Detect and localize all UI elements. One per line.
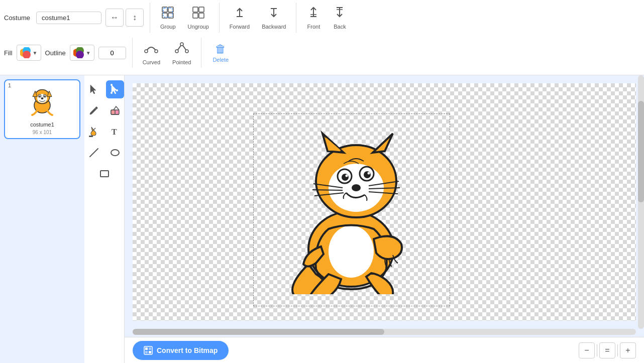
outline-color-swatch — [73, 47, 84, 58]
costume-dimensions: 96 x 101 — [33, 130, 52, 135]
costume-list: 1 — [0, 75, 84, 363]
front-button[interactable]: Front — [302, 4, 325, 32]
outline-width-input[interactable] — [98, 47, 126, 59]
forward-icon — [233, 6, 247, 23]
svg-line-67 — [312, 190, 343, 190]
vertical-scrollbar[interactable] — [638, 75, 644, 329]
tools-sidebar: T — [84, 75, 125, 363]
bottom-bar: Convert to Bitmap − = + — [125, 337, 644, 363]
fill-dropdown-arrow: ▼ — [33, 50, 38, 56]
flip-vertical-button[interactable]: ↕ — [126, 9, 144, 27]
costume-thumb-image — [27, 85, 57, 118]
zoom-divider2 — [617, 344, 618, 356]
separator5 — [201, 38, 201, 68]
svg-rect-45 — [111, 110, 115, 114]
pointed-button[interactable]: Pointed — [168, 38, 195, 67]
delete-button[interactable]: 🗑 Delete — [207, 41, 234, 65]
svg-rect-4 — [163, 8, 172, 17]
fill-label: Fill — [4, 49, 13, 57]
delete-label: Delete — [212, 57, 229, 63]
line-tool[interactable] — [85, 144, 103, 162]
select-tool[interactable] — [85, 80, 103, 98]
ungroup-icon — [191, 6, 205, 23]
svg-text:T: T — [112, 128, 117, 136]
costume-item[interactable]: 1 — [4, 79, 80, 139]
svg-marker-56 — [373, 134, 393, 153]
convert-to-bitmap-button[interactable]: Convert to Bitmap — [133, 341, 229, 360]
zoom-in-button[interactable]: + — [620, 342, 636, 358]
backward-icon — [267, 6, 281, 23]
svg-point-38 — [44, 95, 46, 97]
svg-point-27 — [175, 50, 178, 53]
costume-item-name: costume1 — [30, 122, 54, 128]
main-area: 1 — [0, 75, 644, 363]
backward-button[interactable]: Backward — [258, 4, 290, 32]
group-label: Group — [160, 24, 176, 30]
fill-color-button[interactable]: ▼ — [17, 45, 41, 61]
svg-point-28 — [185, 50, 188, 53]
fill-tool[interactable] — [85, 123, 103, 141]
scratch-cat-image — [268, 124, 429, 294]
svg-point-65 — [352, 184, 361, 191]
back-button[interactable]: Back — [329, 4, 351, 32]
svg-point-25 — [145, 50, 148, 53]
curved-button[interactable]: Curved — [139, 38, 164, 67]
ungroup-label: Ungroup — [188, 24, 209, 30]
tool-row-1 — [84, 79, 125, 99]
svg-rect-75 — [145, 351, 148, 353]
canvas-background — [133, 83, 636, 321]
costume-thumbnail — [24, 83, 60, 119]
back-label: Back — [334, 24, 346, 30]
costume-label: Costume — [4, 14, 30, 22]
pointed-icon — [174, 40, 190, 58]
bitmap-icon — [144, 346, 153, 355]
svg-rect-6 — [199, 7, 204, 12]
brush-tool[interactable] — [85, 101, 103, 119]
rectangle-tool[interactable] — [95, 165, 114, 183]
svg-point-40 — [111, 84, 113, 86]
flip-buttons: ↔ ↕ — [105, 9, 144, 27]
group-button[interactable]: Group — [156, 4, 180, 32]
zoom-out-button[interactable]: − — [579, 342, 595, 358]
outline-label: Outline — [45, 49, 66, 57]
front-label: Front — [307, 24, 320, 30]
svg-rect-76 — [149, 351, 151, 353]
flip-horizontal-button[interactable]: ↔ — [105, 9, 124, 27]
vertical-scrollbar-thumb[interactable] — [638, 101, 644, 202]
zoom-divider — [597, 344, 597, 356]
curved-label: Curved — [143, 59, 160, 65]
svg-line-49 — [90, 149, 98, 157]
costume-number: 1 — [8, 82, 11, 88]
forward-label: Forward — [230, 24, 250, 30]
tool-row-2 — [84, 100, 125, 120]
svg-rect-7 — [193, 13, 198, 18]
costume-name-input[interactable] — [36, 12, 101, 24]
svg-rect-47 — [89, 136, 93, 137]
horizontal-scrollbar[interactable] — [133, 329, 636, 335]
canvas-container[interactable] — [125, 75, 644, 329]
text-tool[interactable]: T — [106, 123, 124, 141]
zoom-reset-button[interactable]: = — [599, 342, 615, 358]
svg-point-53 — [329, 225, 374, 278]
reshape-tool[interactable] — [106, 80, 124, 98]
tool-row-5 — [94, 164, 115, 184]
svg-point-26 — [155, 50, 158, 53]
convert-button-label: Convert to Bitmap — [157, 346, 218, 354]
separator — [150, 3, 150, 33]
oval-tool[interactable] — [106, 144, 124, 162]
ungroup-button[interactable]: Ungroup — [184, 4, 213, 32]
canvas-area: Convert to Bitmap − = + — [125, 75, 644, 363]
separator3 — [296, 3, 296, 33]
svg-point-61 — [342, 174, 349, 181]
curved-icon — [143, 40, 159, 58]
svg-point-39 — [41, 97, 44, 99]
outline-color-button[interactable]: ▼ — [70, 45, 94, 61]
horizontal-scrollbar-thumb[interactable] — [133, 329, 384, 335]
front-icon — [306, 6, 320, 23]
forward-button[interactable]: Forward — [226, 4, 254, 32]
fill-color-swatch — [20, 47, 31, 58]
svg-point-64 — [368, 172, 370, 175]
tool-row-3: T — [84, 122, 125, 142]
svg-rect-74 — [149, 347, 151, 350]
eraser-tool[interactable] — [106, 101, 124, 119]
